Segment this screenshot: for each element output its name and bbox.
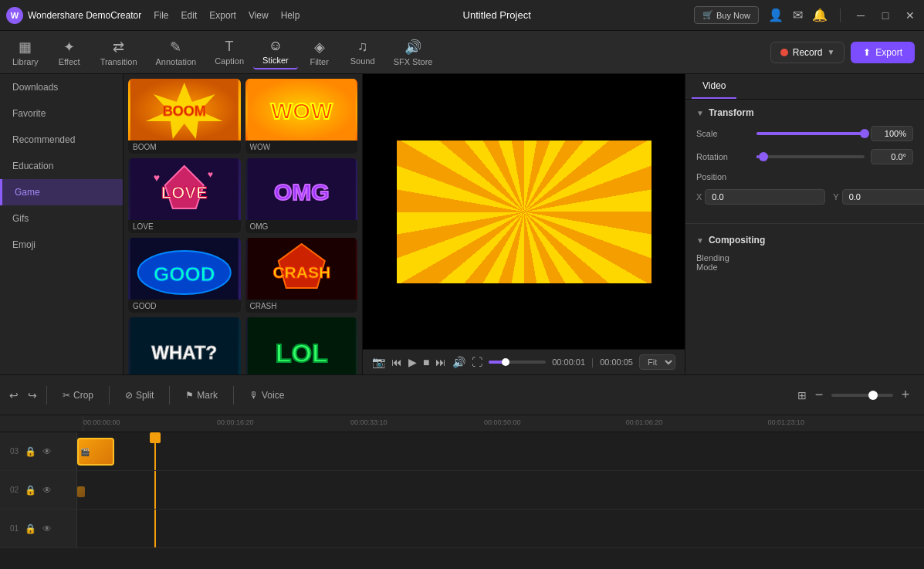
sticker-omg-img: 👑 OMG (245, 158, 358, 220)
compositing-header[interactable]: ▼ Compositing (696, 235, 913, 246)
fullscreen-button[interactable]: ⛶ (472, 356, 482, 368)
toolbar-effect[interactable]: ✦ Effect (48, 36, 91, 69)
menu-export[interactable]: Export (209, 10, 236, 21)
playhead-02-top (150, 471, 161, 482)
record-button[interactable]: Record ▼ (770, 42, 845, 63)
sticker-what[interactable]: 👑 WHAT? WHAT (128, 317, 241, 374)
sticker-boom[interactable]: BOOM BOOM (128, 79, 241, 154)
menu-file[interactable]: File (154, 10, 168, 21)
panel-favorite[interactable]: Favorite (0, 100, 123, 127)
rotation-thumb[interactable] (759, 152, 768, 161)
zoom-thumb[interactable] (868, 391, 878, 400)
ruler-content: 00:00:00:00 00:00:16:20 00:00:33:10 00:0… (83, 415, 918, 432)
toolbar-annotation[interactable]: ✎ Annotation (147, 36, 206, 69)
play-button[interactable]: ▶ (408, 356, 417, 368)
split-icon: ⊘ (125, 390, 133, 401)
mail-icon[interactable]: ✉ (793, 8, 803, 22)
sticker-omg[interactable]: 👑 OMG OMG (245, 158, 358, 233)
toolbar-transition[interactable]: ⇄ Transition (91, 36, 147, 69)
user-icon[interactable]: 👤 (768, 8, 784, 22)
x-input[interactable] (705, 189, 825, 205)
track-01-vis[interactable]: 👁 (42, 523, 52, 534)
toolbar-sticker[interactable]: ☺ Sticker (253, 35, 298, 69)
app-logo: W Wondershare DemoCreator (6, 7, 141, 24)
transform-header[interactable]: ▼ Transform (696, 107, 913, 118)
toolbar-library[interactable]: ▦ Library (3, 36, 48, 69)
close-button[interactable]: ✕ (902, 9, 918, 22)
crop-button[interactable]: ✂ Crop (56, 387, 100, 404)
record-dot (780, 49, 788, 56)
split-button[interactable]: ⊘ Split (119, 387, 160, 404)
menu-help[interactable]: Help (281, 10, 300, 21)
svg-text:BOOM: BOOM (163, 103, 206, 119)
screenshot-button[interactable]: 📷 (372, 356, 385, 368)
add-track-button[interactable]: ⊞ (797, 389, 807, 401)
svg-text:LOVE: LOVE (161, 183, 208, 202)
stop-button[interactable]: ■ (423, 356, 429, 368)
current-time: 00:00:01 (552, 357, 585, 367)
section-divider (685, 223, 924, 224)
toolbar-caption[interactable]: T Caption (205, 36, 253, 69)
svg-text:WOW: WOW (270, 98, 333, 124)
track-01-lock[interactable]: 🔒 (25, 523, 36, 534)
effect-icon: ✦ (63, 39, 75, 56)
undo-button[interactable]: ↩ (9, 389, 19, 401)
volume-button[interactable]: 🔊 (452, 356, 465, 368)
panel-gifs[interactable]: Gifs (0, 205, 123, 232)
track-02-lock[interactable]: 🔒 (25, 485, 36, 496)
y-input[interactable] (842, 189, 924, 205)
prev-frame-button[interactable]: ⏮ (391, 356, 402, 368)
compositing-toggle: ▼ (696, 236, 704, 245)
redo-button[interactable]: ↪ (28, 389, 37, 401)
sticker-crash[interactable]: 👑 CRASH CRASH (245, 238, 358, 313)
track-03-vis[interactable]: 👁 (42, 446, 52, 457)
menu-view[interactable]: View (249, 10, 269, 21)
sticker-wow-label: WOW (245, 141, 358, 154)
track-03-lock[interactable]: 🔒 (25, 446, 36, 457)
track-02-clip-small[interactable] (77, 486, 85, 497)
track-03-clip[interactable]: 🎬 (77, 438, 114, 466)
track-02-vis[interactable]: 👁 (42, 485, 52, 496)
panel-downloads[interactable]: Downloads (0, 74, 123, 100)
tab-video[interactable]: Video (692, 74, 736, 99)
export-button[interactable]: ⬆ Export (851, 42, 915, 63)
toolbar-filter[interactable]: ◈ Filter (298, 36, 341, 69)
menu-edit[interactable]: Edit (181, 10, 198, 21)
voice-button[interactable]: 🎙 Voice (243, 387, 290, 404)
sticker-lol-img: 👑 LOL (245, 317, 358, 374)
time-separator: | (591, 357, 594, 367)
sticker-lol[interactable]: 👑 LOL LOL (245, 317, 358, 374)
panel-recommended[interactable]: Recommended (0, 127, 123, 153)
toolbar-sound[interactable]: ♫ Sound (341, 36, 384, 69)
panel-game[interactable]: Game (0, 179, 123, 205)
buy-now-button[interactable]: 🛒 Buy Now (694, 6, 759, 24)
annotation-icon: ✎ (170, 39, 181, 56)
record-dropdown-icon[interactable]: ▼ (827, 48, 834, 56)
panel-emoji[interactable]: Emoji (0, 232, 123, 258)
playhead-top (150, 432, 161, 443)
panel-education[interactable]: Education (0, 153, 123, 179)
zoom-out-button[interactable]: − (810, 387, 828, 403)
svg-text:CRASH: CRASH (272, 263, 330, 281)
scale-thumb[interactable] (860, 129, 869, 138)
scale-slider[interactable] (756, 132, 865, 135)
starburst-rays (397, 141, 652, 283)
separator (840, 8, 841, 22)
mark-button[interactable]: ⚑ Mark (179, 387, 224, 404)
zoom-slider[interactable] (831, 394, 893, 397)
sticker-love[interactable]: 👑 LOVE ♥ ♥ LOVE (128, 158, 241, 233)
next-frame-button[interactable]: ⏭ (435, 356, 446, 368)
zoom-in-button[interactable]: + (896, 387, 915, 403)
notification-icon[interactable]: 🔔 (812, 8, 828, 22)
sticker-good[interactable]: 👑 GOOD GOOD (128, 238, 241, 313)
maximize-button[interactable]: □ (878, 9, 893, 22)
progress-bar[interactable] (489, 361, 546, 364)
filter-icon: ◈ (314, 39, 325, 56)
fit-select[interactable]: Fit (639, 354, 675, 370)
transition-icon: ⇄ (113, 39, 124, 56)
sticker-wow[interactable]: WOW WOW (245, 79, 358, 154)
svg-text:♥: ♥ (208, 169, 213, 180)
minimize-button[interactable]: ─ (853, 9, 868, 22)
toolbar-sfx[interactable]: 🔊 SFX Store (384, 36, 442, 69)
rotation-slider[interactable] (756, 155, 865, 158)
